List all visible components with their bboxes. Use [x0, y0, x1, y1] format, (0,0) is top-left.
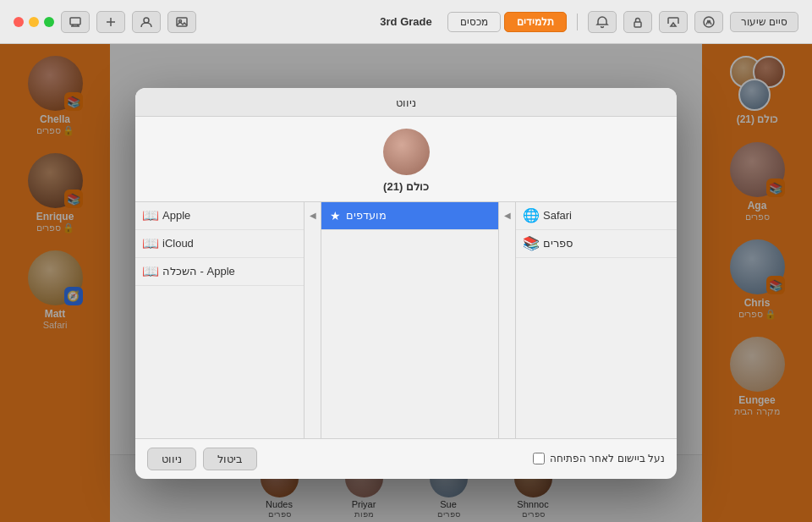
dialog-footer: נעל ביישום לאחר הפתיחה ביטול ניווט: [135, 439, 677, 479]
bp-middle-panel: מועדפים ★: [321, 202, 499, 438]
arrow-right-divider: ◀: [499, 202, 516, 438]
bp-row-icloud-label: iCloud: [162, 237, 194, 250]
lock-button[interactable]: [623, 11, 652, 33]
footer-left: נעל ביישום לאחר הפתיחה: [533, 453, 665, 464]
dialog-overlay: ניווט כולם (21) Apple 📖: [0, 44, 812, 522]
bp-row-apple-label: Apple: [162, 209, 190, 222]
book-icon-r: 📚: [524, 237, 538, 250]
book-icon-3: 📖: [144, 265, 157, 278]
arrow-right-icon: ◀: [504, 211, 511, 220]
dialog-student-name: כולם (21): [383, 180, 429, 193]
navigate-dialog: ניווט כולם (21) Apple 📖: [135, 88, 677, 479]
dialog-avatar: [383, 129, 430, 175]
tab-devices[interactable]: מכסים: [447, 12, 501, 32]
globe-icon: 🌐: [524, 209, 538, 223]
maximize-button[interactable]: [44, 17, 54, 27]
bp-safari-label: Safari: [543, 209, 572, 222]
footer-right: ביטול ניווט: [147, 448, 257, 470]
svg-rect-0: [70, 18, 80, 25]
dialog-title: ניווט: [135, 96, 677, 109]
svg-rect-9: [634, 22, 641, 27]
minimize-button[interactable]: [29, 17, 39, 27]
appstore-button[interactable]: [694, 11, 723, 33]
add-button[interactable]: [96, 11, 125, 33]
close-button[interactable]: [14, 17, 24, 27]
footer-checkbox-label: נעל ביישום לאחר הפתיחה: [550, 453, 665, 464]
bp-row-apple[interactable]: Apple 📖: [135, 202, 304, 230]
content-area: 📚 Chella ספרים 🔒 📚 Enrique ספרים 🔒: [0, 44, 812, 522]
arrow-left-icon: ◀: [310, 211, 316, 220]
browser-panel: Apple 📖 iCloud 📖 Apple - השכלה 📖: [135, 202, 677, 439]
cancel-button[interactable]: ביטול: [203, 448, 257, 470]
bp-row-books[interactable]: ספרים 📚: [516, 230, 677, 258]
screen-button[interactable]: [61, 11, 90, 33]
notification-button[interactable]: [588, 11, 617, 33]
star-icon: ★: [330, 209, 341, 223]
title-bar: 3rd Grade מכסים תלמידים: [0, 0, 812, 44]
toolbar-left: [14, 11, 196, 33]
traffic-lights: [14, 17, 54, 27]
tab-students[interactable]: תלמידים: [504, 12, 567, 32]
bp-row-safari[interactable]: Safari 🌐: [516, 202, 677, 230]
image-button[interactable]: [167, 11, 196, 33]
svg-point-6: [144, 18, 149, 23]
bp-right-panel: Safari 🌐 ספרים 📚: [516, 202, 677, 438]
bp-left-panel: Apple 📖 iCloud 📖 Apple - השכלה 📖: [135, 202, 304, 438]
dialog-title-bar: ניווט: [135, 88, 677, 117]
lock-app-checkbox[interactable]: [533, 453, 545, 464]
arrow-left-divider: ◀: [304, 202, 321, 438]
student-button[interactable]: [132, 11, 161, 33]
airplay-button[interactable]: [659, 11, 688, 33]
bp-row-apple-edu-label: Apple - השכלה: [162, 265, 235, 277]
window-title: 3rd Grade: [380, 15, 431, 28]
bp-favorites-label: מועדפים: [346, 209, 387, 222]
bp-row-apple-edu[interactable]: Apple - השכלה 📖: [135, 258, 304, 286]
bp-row-favorites[interactable]: מועדפים ★: [321, 202, 498, 230]
toolbar-tabs: מכסים תלמידים: [447, 12, 567, 32]
dialog-student-info: כולם (21): [135, 117, 677, 202]
main-window: 3rd Grade מכסים תלמידים: [0, 0, 812, 522]
book-icon-2: 📖: [144, 237, 157, 250]
bp-books-label: ספרים: [543, 237, 573, 250]
bp-row-icloud[interactable]: iCloud 📖: [135, 230, 304, 258]
book-icon: 📖: [144, 209, 157, 223]
end-session-button[interactable]: סיים שיעור: [730, 12, 798, 32]
navigate-button[interactable]: ניווט: [147, 448, 196, 470]
